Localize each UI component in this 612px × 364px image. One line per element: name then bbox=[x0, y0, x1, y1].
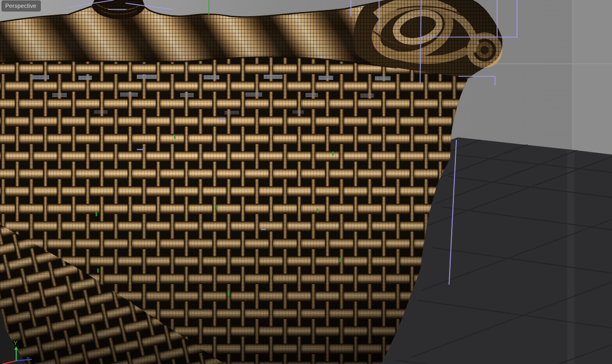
viewport-3d[interactable]: Y Perspective bbox=[0, 0, 612, 364]
viewport-canvas[interactable]: Y bbox=[0, 0, 612, 364]
camera-label[interactable]: Perspective bbox=[2, 1, 41, 11]
floor-reflection-band bbox=[567, 150, 574, 364]
wall-corner-face bbox=[573, 0, 612, 155]
axis-y-label: Y bbox=[14, 340, 18, 346]
